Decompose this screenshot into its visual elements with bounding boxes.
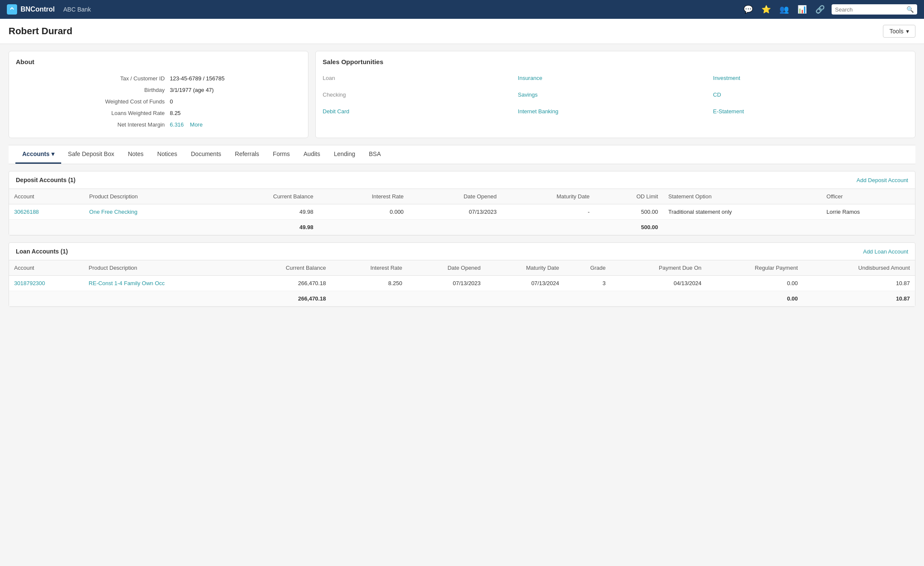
deposit-totals-empty-5	[502, 220, 595, 235]
users-icon[interactable]: 👥	[779, 5, 789, 14]
deposit-statement-option: Traditional statement only	[663, 204, 821, 220]
loan-col-balance: Current Balance	[240, 260, 331, 276]
loan-maturity-date: 07/13/2024	[486, 276, 564, 291]
star-icon[interactable]: ⭐	[761, 5, 771, 14]
loan-payment-due-on: 04/13/2024	[611, 276, 707, 291]
tab-bsa-label: BSA	[369, 150, 381, 157]
loan-col-maturity: Maturity Date	[486, 260, 564, 276]
sales-item-internet-banking[interactable]: Internet Banking	[518, 106, 713, 117]
deposit-totals-empty-1	[9, 220, 84, 235]
about-row-taxid: Tax / Customer ID 123-45-6789 / 156785	[17, 73, 300, 84]
deposit-table-header-row: Account Product Description Current Bala…	[9, 189, 915, 204]
loan-account-link[interactable]: 3018792300	[14, 280, 45, 286]
deposit-row-1: 30626188 One Free Checking 49.98 0.000 0…	[9, 204, 915, 220]
loan-regular-payment: 0.00	[707, 276, 803, 291]
loan-accounts-title: Loan Accounts (1)	[16, 248, 68, 255]
loan-product-link[interactable]: RE-Const 1-4 Family Own Occ	[89, 280, 165, 286]
about-row-nim: Net Interest Margin 6.316 More	[17, 119, 300, 130]
loan-undisbursed-amount: 10.87	[803, 276, 915, 291]
loan-col-rate: Interest Rate	[331, 260, 407, 276]
tab-safe-deposit-box[interactable]: Safe Deposit Box	[61, 145, 121, 164]
sales-item-checking: Checking	[323, 89, 518, 100]
loan-date-opened: 07/13/2023	[407, 276, 486, 291]
page-header: Robert Durard Tools ▾	[0, 19, 924, 44]
deposit-accounts-header: Deposit Accounts (1) Add Deposit Account	[9, 171, 915, 189]
loan-accounts-table: Account Product Description Current Bala…	[9, 260, 915, 307]
deposit-col-balance: Current Balance	[210, 189, 318, 204]
deposit-date-opened: 07/13/2023	[409, 204, 502, 220]
loan-grade: 3	[564, 276, 611, 291]
loan-col-product: Product Description	[83, 260, 240, 276]
tab-audits[interactable]: Audits	[297, 145, 327, 164]
deposit-totals-empty-6	[663, 220, 821, 235]
tab-documents[interactable]: Documents	[184, 145, 228, 164]
search-box[interactable]: 🔍	[832, 4, 917, 15]
tab-forms[interactable]: Forms	[266, 145, 297, 164]
tab-referrals[interactable]: Referrals	[228, 145, 266, 164]
tabs-bar: Accounts ▾ Safe Deposit Box Notes Notice…	[9, 145, 915, 164]
sales-item-savings[interactable]: Savings	[518, 89, 713, 100]
loan-balance: 266,470.18	[240, 276, 331, 291]
tab-lending[interactable]: Lending	[327, 145, 362, 164]
tab-notices[interactable]: Notices	[151, 145, 184, 164]
tab-safe-deposit-box-label: Safe Deposit Box	[68, 150, 114, 157]
about-label-birthday: Birthday	[17, 85, 169, 95]
deposit-balance: 49.98	[210, 204, 318, 220]
deposit-product-link[interactable]: One Free Checking	[89, 209, 138, 215]
sales-item-e-statement[interactable]: E-Statement	[713, 106, 908, 117]
deposit-account-link[interactable]: 30626188	[14, 209, 39, 215]
link-icon[interactable]: 🔗	[815, 5, 825, 14]
deposit-accounts-table: Account Product Description Current Bala…	[9, 189, 915, 235]
deposit-accounts-section: Deposit Accounts (1) Add Deposit Account…	[9, 171, 915, 236]
tab-accounts-arrow: ▾	[51, 150, 54, 157]
loan-col-date-opened: Date Opened	[407, 260, 486, 276]
loan-totals-empty-2	[83, 291, 240, 307]
tools-button[interactable]: Tools ▾	[883, 25, 915, 38]
cards-row: About Tax / Customer ID 123-45-6789 / 15…	[9, 51, 915, 138]
chart-icon[interactable]: 📊	[797, 5, 807, 14]
loan-col-undisbursed: Undisbursed Amount	[803, 260, 915, 276]
sales-card: Sales Opportunities Loan Insurance Inves…	[315, 51, 915, 138]
about-row-birthday: Birthday 3/1/1977 (age 47)	[17, 85, 300, 95]
app-name: BNControl	[21, 6, 55, 13]
brand-logo[interactable]: BNControl	[7, 4, 55, 15]
deposit-od-limit: 500.00	[595, 204, 663, 220]
loan-col-account: Account	[9, 260, 83, 276]
loan-col-payment-due: Payment Due On	[611, 260, 707, 276]
deposit-totals-empty-7	[821, 220, 915, 235]
tab-referrals-label: Referrals	[235, 150, 259, 157]
loan-totals-balance: 266,470.18	[240, 291, 331, 307]
deposit-accounts-title: Deposit Accounts (1)	[16, 177, 76, 183]
search-input[interactable]	[835, 6, 904, 13]
about-value-nim: 6.316 More	[170, 119, 300, 130]
loan-totals-empty-1	[9, 291, 83, 307]
chat-icon[interactable]: 💬	[743, 5, 753, 14]
about-label-wcof: Weighted Cost of Funds	[17, 96, 169, 107]
deposit-col-statement: Statement Option	[663, 189, 821, 204]
about-value-wcof: 0	[170, 96, 300, 107]
about-row-wcof: Weighted Cost of Funds 0	[17, 96, 300, 107]
tab-audits-label: Audits	[304, 150, 320, 157]
sales-item-investment[interactable]: Investment	[713, 72, 908, 84]
deposit-col-maturity: Maturity Date	[502, 189, 595, 204]
svg-point-0	[9, 6, 15, 13]
more-link[interactable]: More	[190, 121, 203, 128]
deposit-col-officer: Officer	[821, 189, 915, 204]
add-deposit-account-link[interactable]: Add Deposit Account	[856, 177, 908, 183]
add-loan-account-link[interactable]: Add Loan Account	[863, 248, 908, 255]
tab-notes[interactable]: Notes	[121, 145, 151, 164]
deposit-account-number: 30626188	[9, 204, 84, 220]
loan-col-regular-payment: Regular Payment	[707, 260, 803, 276]
nim-link[interactable]: 6.316	[170, 121, 184, 128]
sales-item-debit-card[interactable]: Debit Card	[323, 106, 518, 117]
loan-accounts-section: Loan Accounts (1) Add Loan Account Accou…	[9, 242, 915, 307]
deposit-col-date-opened: Date Opened	[409, 189, 502, 204]
sales-item-insurance[interactable]: Insurance	[518, 72, 713, 84]
tab-bsa[interactable]: BSA	[362, 145, 388, 164]
about-label-lwr: Loans Weighted Rate	[17, 108, 169, 118]
page-title: Robert Durard	[9, 26, 72, 37]
loan-account-number: 3018792300	[9, 276, 83, 291]
sales-item-cd[interactable]: CD	[713, 89, 908, 100]
tab-accounts[interactable]: Accounts ▾	[15, 145, 61, 164]
loan-col-grade: Grade	[564, 260, 611, 276]
